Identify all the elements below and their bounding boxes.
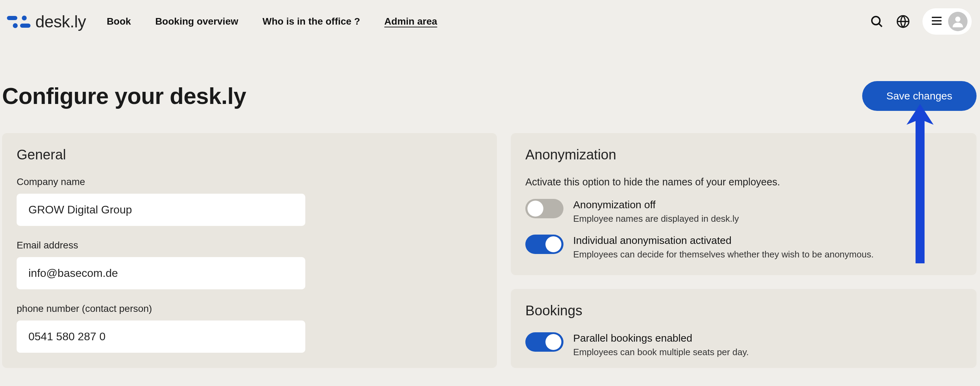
globe-icon[interactable] — [896, 14, 910, 29]
title-row: Configure your desk.ly Save changes — [0, 43, 980, 125]
logo[interactable]: desk.ly — [7, 12, 86, 31]
svg-point-10 — [955, 17, 961, 22]
main-nav: Book Booking overview Who is in the offi… — [107, 16, 438, 27]
right-column: Anonymization Activate this option to hi… — [511, 133, 977, 368]
anonymization-card: Anonymization Activate this option to hi… — [511, 133, 977, 275]
nav-who-office[interactable]: Who is in the office ? — [262, 16, 360, 27]
svg-rect-3 — [20, 24, 30, 28]
parallel-bookings-toggle[interactable] — [525, 332, 563, 352]
nav-booking-overview[interactable]: Booking overview — [155, 16, 239, 27]
phone-label: phone number (contact person) — [17, 303, 482, 314]
bookings-heading: Bookings — [525, 303, 962, 318]
phone-input[interactable] — [17, 321, 305, 353]
parallel-bookings-title: Parallel bookings enabled — [573, 332, 749, 344]
cards-wrapper: General Company name Email address phone… — [0, 125, 980, 368]
anonymization-off-row: Anonymization off Employee names are dis… — [525, 199, 962, 224]
anonymization-off-toggle[interactable] — [525, 199, 563, 218]
email-label: Email address — [17, 240, 482, 251]
anonymization-off-sub: Employee names are displayed in desk.ly — [573, 213, 739, 224]
header-right — [870, 8, 972, 35]
general-heading: General — [17, 147, 482, 162]
nav-admin-area[interactable]: Admin area — [384, 16, 438, 27]
nav-book[interactable]: Book — [107, 16, 131, 27]
avatar-icon — [948, 12, 967, 31]
individual-anonymization-toggle[interactable] — [525, 235, 563, 254]
parallel-bookings-sub: Employees can book multiple seats per da… — [573, 347, 749, 357]
company-name-input[interactable] — [17, 194, 305, 226]
anonymization-heading: Anonymization — [525, 147, 962, 162]
svg-point-2 — [13, 23, 18, 28]
search-icon[interactable] — [870, 14, 884, 29]
individual-anonymization-sub: Employees can decide for themselves whet… — [573, 249, 873, 260]
user-menu[interactable] — [923, 8, 972, 35]
hamburger-icon — [931, 16, 943, 27]
individual-anonymization-row: Individual anonymisation activated Emplo… — [525, 235, 962, 260]
anonymization-off-title: Anonymization off — [573, 199, 739, 211]
individual-anonymization-title: Individual anonymisation activated — [573, 235, 873, 246]
bookings-card: Bookings Parallel bookings enabled Emplo… — [511, 289, 977, 368]
top-header: desk.ly Book Booking overview Who is in … — [0, 0, 980, 43]
save-button[interactable]: Save changes — [862, 81, 977, 111]
general-card: General Company name Email address phone… — [2, 133, 497, 368]
logo-mark-icon — [7, 14, 32, 29]
svg-line-5 — [879, 24, 882, 27]
svg-point-1 — [22, 16, 27, 21]
page-title: Configure your desk.ly — [2, 83, 246, 109]
svg-point-4 — [872, 17, 880, 25]
svg-rect-0 — [7, 16, 18, 20]
company-name-label: Company name — [17, 176, 482, 187]
parallel-bookings-row: Parallel bookings enabled Employees can … — [525, 332, 962, 357]
email-input[interactable] — [17, 257, 305, 289]
anonymization-intro: Activate this option to hide the names o… — [525, 176, 962, 188]
logo-text: desk.ly — [35, 12, 86, 31]
